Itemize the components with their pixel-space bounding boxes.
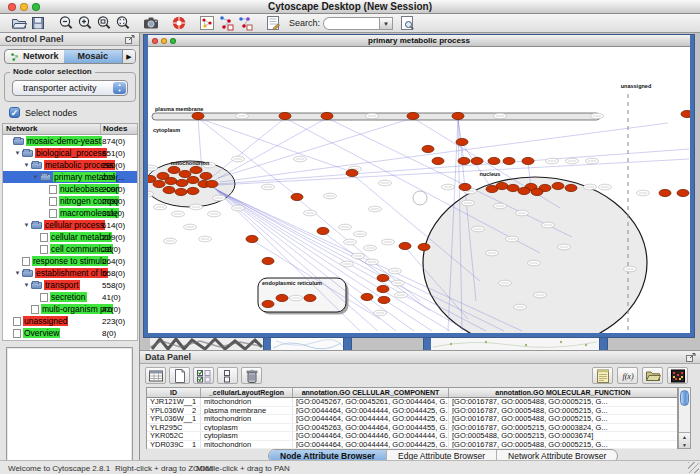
tree-row[interactable]: ▼establishment of lo558(0) [3,267,137,279]
tree-row[interactable]: ▼biological_process651(0) [3,147,137,159]
tabs-overflow-arrow[interactable]: ▶ [122,50,135,63]
network-node[interactable] [262,300,274,307]
save-icon[interactable] [28,15,47,32]
table-row[interactable]: YKR052Ccytoplasm[GO:0044464, GO:0044446,… [147,432,677,441]
table-row[interactable]: YDR039C__1mitochondrion[GO:0044464, GO:0… [147,441,677,450]
table-row[interactable]: YLR295Ccytoplasm[GO:0045263, GO:0044464,… [147,424,677,433]
tree-row[interactable]: ▼transport558(0) [3,279,137,291]
expander-icon[interactable]: ▼ [31,174,40,180]
network-node[interactable] [565,184,577,191]
tree-row[interactable]: ▼metabolic process280(0) [3,159,137,171]
column-header[interactable]: ID [147,388,201,397]
open-icon[interactable] [9,15,28,32]
network-node[interactable] [148,175,156,182]
network-node[interactable] [518,187,530,194]
formula-icon[interactable]: f(x) [617,367,638,384]
network-node[interactable] [321,112,333,119]
network-node[interactable] [681,110,690,117]
network-window-titlebar[interactable]: primary metabolic process [148,35,690,47]
network-node[interactable] [378,296,390,303]
column-header[interactable]: annotation.GO CELLULAR_COMPONENT [293,388,449,397]
network-node[interactable] [165,177,177,184]
network-node[interactable] [422,145,434,152]
tree-row[interactable]: Overview8(0) [3,327,137,339]
vizmap-a-icon[interactable] [216,15,235,32]
background-window-edge[interactable] [424,337,431,350]
network-node[interactable] [279,112,291,119]
network-node[interactable] [531,188,543,195]
new-page-icon[interactable] [169,367,190,384]
tree-header-network[interactable]: Network [3,124,101,134]
expander-icon[interactable]: ▼ [22,162,31,168]
network-node[interactable] [507,184,519,191]
network-node[interactable] [432,157,444,164]
float-panel-icon[interactable] [686,353,696,362]
expander-icon[interactable]: ▼ [22,222,31,228]
vizmap-b-icon[interactable] [235,15,254,32]
expander-icon[interactable]: ▼ [13,150,22,156]
background-window-sketch[interactable] [150,337,264,350]
network-node[interactable] [262,257,274,264]
tree-row[interactable]: ▼cellular process614(0) [3,219,137,231]
network-node[interactable] [503,157,515,164]
tree-row[interactable]: cellular metabol209(0) [3,231,137,243]
network-node[interactable] [304,294,316,301]
search-input[interactable] [323,17,379,30]
zoom-out-icon[interactable] [56,15,75,32]
network-node[interactable] [179,170,191,177]
float-panel-icon[interactable] [125,35,135,44]
expander-icon[interactable]: ▼ [22,282,31,288]
background-window-edge[interactable] [264,337,271,350]
search-plus-icon[interactable] [397,15,416,32]
network-node[interactable] [377,274,389,281]
network-node[interactable] [456,138,468,145]
column-header[interactable]: annotation.GO MOLECULAR_FUNCTION [449,388,677,397]
network-node[interactable] [200,172,212,179]
search-dropdown-button[interactable]: ▼ [379,17,393,30]
zoom-fit-icon[interactable] [113,15,132,32]
table-row[interactable]: YJR121W__1mitochondrion[GO:0045267, GO:0… [147,398,677,407]
scrollbar-thumb[interactable] [680,390,689,406]
tree-row[interactable]: macromolecule311(0) [3,207,137,219]
tree-row[interactable]: secretion41(0) [3,291,137,303]
zoom-in-icon[interactable] [75,15,94,32]
expander-icon[interactable]: ▼ [13,270,22,276]
network-node[interactable] [677,189,689,196]
tree-row[interactable]: multi-organism pro42(0) [3,303,137,315]
network-node[interactable] [452,112,464,119]
network-node[interactable] [206,180,218,187]
network-node[interactable] [552,182,564,189]
table-row[interactable]: YPL036W__2plasma membrane[GO:0044464, GO… [147,407,677,416]
network-node[interactable] [190,166,202,173]
network-node[interactable] [187,187,199,194]
node-color-combobox[interactable]: transporter activity ▲▼ [12,80,128,96]
network-node[interactable] [168,166,180,173]
tab-mosaic[interactable]: Mosaic [64,50,123,63]
network-node[interactable] [459,183,471,190]
network-node[interactable] [418,243,430,250]
network-node[interactable] [192,112,204,119]
folder-open-icon[interactable] [642,367,663,384]
network-node[interactable] [659,189,671,196]
tree-row[interactable]: cell communicat22(0) [3,243,137,255]
network-node[interactable] [496,182,508,189]
network-node[interactable] [176,179,188,186]
overview-icon[interactable] [197,15,216,32]
tree-header-nodes[interactable]: Nodes [101,124,137,134]
network-node[interactable] [471,157,483,164]
network-node[interactable] [399,242,411,249]
network-svg[interactable]: plasma membranecytoplasmmitochondrionnuc… [148,47,690,333]
network-node[interactable] [522,157,534,164]
tree-row[interactable]: ▼primary metabol209(... [3,171,137,183]
network-node[interactable] [407,112,419,119]
resize-grip-icon[interactable] [688,462,699,473]
network-node[interactable] [163,186,175,193]
matrix-icon[interactable] [667,367,688,384]
combo-stepper-icon[interactable]: ▲▼ [113,82,126,94]
network-node[interactable] [246,235,258,242]
tree-row[interactable]: mosaic-demo-yeast874(0) [3,135,137,147]
background-window-edge[interactable] [600,337,607,350]
network-node[interactable] [276,294,288,301]
notepad-icon[interactable] [592,367,613,384]
birdseye-view[interactable] [6,347,133,474]
